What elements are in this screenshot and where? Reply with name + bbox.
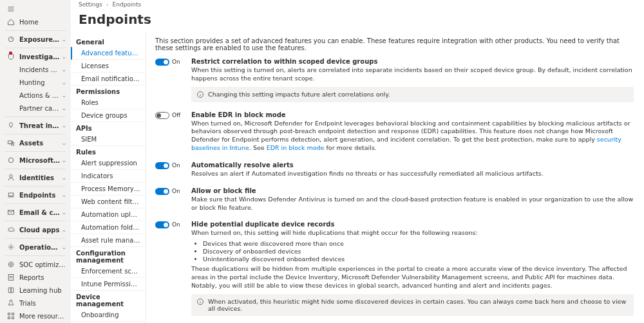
nav-label: Endpoints: [19, 192, 61, 199]
chevron-down-icon: ⌵: [62, 192, 66, 198]
nav-label: Incidents & alerts: [19, 66, 61, 73]
nav-label: Investigation & response: [19, 53, 61, 60]
setting-edr-block-mode: Off Enable EDR in block mode When turned…: [155, 111, 634, 152]
nav-label: Partner catalog: [19, 105, 61, 112]
nav-label: Learning hub: [19, 287, 66, 294]
subnav-intune-permissions[interactable]: Intune Permissions: [71, 278, 146, 291]
chevron-down-icon: ⌵: [62, 37, 66, 42]
setting-desc: Make sure that Windows Defender Antiviru…: [191, 196, 634, 212]
subnav-wcf[interactable]: Web content filtering: [71, 196, 146, 208]
subnav-onboarding[interactable]: Onboarding: [71, 309, 146, 322]
flask-icon: [6, 299, 15, 307]
subnav-asset-rule-mgmt[interactable]: Asset rule management: [71, 234, 146, 247]
nav-identities[interactable]: Identities⌵: [0, 171, 71, 184]
chevron-down-icon: ⌵: [62, 123, 66, 129]
nav-endpoints[interactable]: Endpoints⌵: [0, 189, 71, 201]
toggle-state: On: [172, 221, 180, 228]
gauge-icon: [6, 35, 15, 43]
nav-learning[interactable]: Learning hub: [0, 284, 71, 297]
page-title: Endpoints: [71, 9, 644, 32]
info-callout: Changing this setting impacts future ale…: [191, 87, 634, 102]
crumb-settings[interactable]: Settings: [79, 1, 102, 8]
toggle-state: On: [172, 162, 180, 169]
laptop-icon: [6, 191, 15, 199]
nav-label: SOC optimization: [19, 261, 66, 268]
chevron-down-icon: ⌵: [62, 227, 66, 233]
toggle-state: On: [172, 59, 180, 65]
nav-label: Actions & submissions: [19, 92, 61, 99]
svg-rect-11: [8, 313, 10, 315]
subnav-device-groups[interactable]: Device groups: [71, 109, 146, 122]
setting-desc: Resolves an alert if Automated investiga…: [191, 170, 634, 178]
callout-text: When activated, this heuristic might hid…: [208, 298, 629, 312]
subnav-roles[interactable]: Roles: [71, 97, 146, 109]
main: Settings › Endpoints Endpoints General A…: [71, 0, 644, 323]
subnav-enforcement-scope[interactable]: Enforcement scope: [71, 265, 146, 278]
crumb-endpoints[interactable]: Endpoints: [113, 1, 142, 8]
subnav-group-cfg: Configuration management: [71, 247, 146, 265]
info-icon: [196, 91, 204, 98]
menu-icon: [6, 5, 15, 13]
toggle-auto-resolve[interactable]: [155, 162, 169, 169]
setting-title: Automatically resolve alerts: [191, 162, 634, 169]
nav-incidents[interactable]: Incidents & alerts⌵: [0, 63, 71, 76]
toggle-state: Off: [172, 112, 180, 118]
nav-email[interactable]: Email & collaboration⌵: [0, 206, 71, 219]
chevron-down-icon: ⌵: [62, 93, 66, 98]
svg-point-3: [8, 158, 14, 163]
subnav-automation-exclusions[interactable]: Automation folder exclusions: [71, 221, 146, 234]
nav-cloud[interactable]: Cloud apps⌵: [0, 223, 71, 236]
info-callout: When activated, this heuristic might hid…: [191, 294, 634, 316]
toggle-hide-duplicates[interactable]: [155, 221, 169, 228]
nav-sentinel[interactable]: Microsoft Sentinel⌵: [0, 154, 71, 167]
subnav-automation-uploads[interactable]: Automation uploads: [71, 208, 146, 221]
toggle-restrict-correlation[interactable]: [155, 59, 169, 66]
nav-investigation[interactable]: Investigation & response⌵: [0, 50, 71, 63]
nav-hunting[interactable]: Hunting⌵: [0, 76, 71, 89]
nav-soc[interactable]: SOC optimization: [0, 258, 71, 271]
report-icon: [6, 273, 15, 281]
toggle-allow-block-file[interactable]: [155, 188, 169, 195]
lightbulb-icon: [6, 122, 15, 129]
setting-auto-resolve: On Automatically resolve alerts Resolves…: [155, 162, 634, 178]
chevron-down-icon: ⌵: [62, 175, 66, 181]
nav-partner[interactable]: Partner catalog⌵: [0, 102, 71, 115]
gear-icon: [6, 243, 15, 251]
subnav-siem[interactable]: SIEM: [71, 133, 146, 146]
settings-subnav: General Advanced features Licenses Email…: [71, 32, 146, 323]
nav-threat[interactable]: Threat intelligence⌵: [0, 119, 71, 132]
nav-home[interactable]: Home: [0, 15, 71, 28]
mail-icon: [6, 208, 15, 216]
subnav-email-notifications[interactable]: Email notifications: [71, 73, 146, 86]
subnav-group-apis: APIs: [71, 122, 146, 133]
setting-restrict-correlation: On Restrict correlation to within scoped…: [155, 58, 634, 102]
nav-menu-toggle[interactable]: [0, 3, 71, 15]
subnav-licenses[interactable]: Licenses: [71, 60, 146, 73]
chevron-down-icon: ⌵: [62, 245, 66, 250]
nav-label: Operational technology: [19, 244, 61, 251]
nav-label: Home: [19, 19, 66, 26]
link-edr-block-mode[interactable]: EDR in block mode: [267, 144, 325, 151]
nav-ot[interactable]: Operational technology⌵: [0, 241, 71, 254]
svg-rect-10: [8, 275, 14, 281]
nav-reports[interactable]: Reports: [0, 271, 71, 284]
subnav-alert-suppression[interactable]: Alert suppression: [71, 157, 146, 170]
nav-more[interactable]: More resources: [0, 309, 71, 322]
nav-actions[interactable]: Actions & submissions⌵: [0, 89, 71, 102]
nav-assets[interactable]: Assets⌵: [0, 136, 71, 149]
subnav-indicators[interactable]: Indicators: [71, 170, 146, 183]
nav-label: Email & collaboration: [19, 209, 61, 216]
subnav-pmi[interactable]: Process Memory Indicators: [71, 183, 146, 196]
nav-trials[interactable]: Trials: [0, 297, 71, 309]
list-item: Devices that were discovered more than o…: [203, 240, 634, 247]
subnav-group-general: General: [71, 36, 146, 47]
svg-rect-13: [8, 317, 10, 319]
subnav-advanced-features[interactable]: Advanced features: [71, 47, 146, 60]
sentinel-icon: [6, 156, 15, 164]
grid-icon: [6, 312, 15, 320]
toggle-edr-block-mode[interactable]: [155, 112, 169, 119]
setting-title: Hide potential duplicate device records: [191, 221, 634, 228]
nav-exposure[interactable]: Exposure management⌵: [0, 33, 71, 46]
list-item: Discovery of onboarded devices: [203, 248, 634, 255]
subnav-group-devmgmt: Device management: [71, 291, 146, 309]
